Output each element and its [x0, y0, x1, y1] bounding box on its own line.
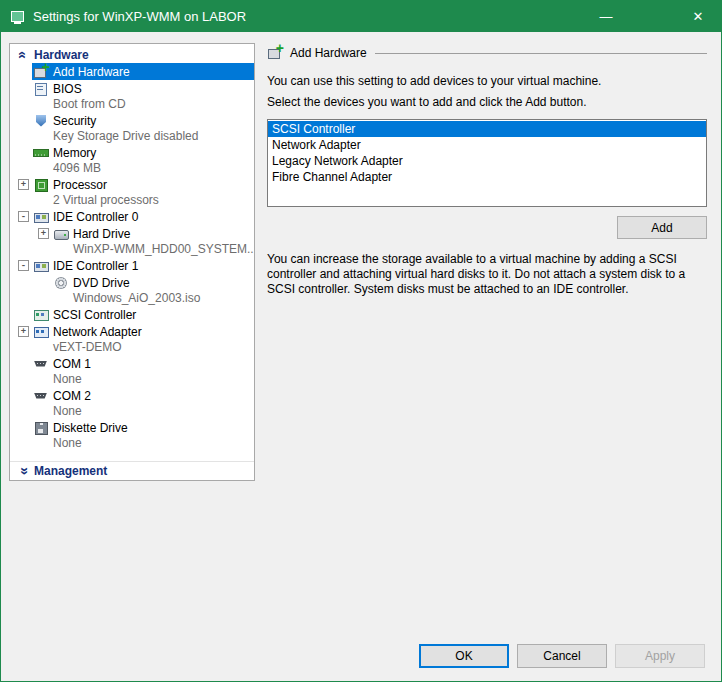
collapse-chevron-icon: « [15, 48, 31, 62]
window-controls: — ✕ [583, 1, 721, 32]
sidebar-item-com1[interactable]: COM 1 [10, 355, 254, 372]
hard-drive-icon [53, 226, 69, 242]
intro-text: You can use this setting to add devices … [267, 74, 707, 88]
section-management[interactable]: « Management [10, 461, 254, 480]
cancel-button[interactable]: Cancel [517, 644, 607, 668]
sidebar-item-security[interactable]: Security [10, 112, 254, 129]
shield-icon [33, 113, 49, 129]
sidebar-item-dvd-drive[interactable]: DVD Drive [10, 274, 254, 291]
sidebar-item-subtext: WinXP-WMM_HDD00_SYSTEM.... [10, 242, 254, 257]
sidebar-item-hard-drive[interactable]: + Hard Drive [10, 225, 254, 242]
pane-title: Add Hardware [290, 46, 367, 60]
note-text: You can increase the storage available t… [267, 252, 707, 297]
expander-toggle[interactable]: - [18, 260, 29, 271]
expander-toggle[interactable]: + [18, 326, 29, 337]
sidebar-item-memory[interactable]: Memory [10, 144, 254, 161]
expander-toggle[interactable]: + [18, 179, 29, 190]
add-hardware-icon [33, 64, 49, 80]
dialog-buttons: OK Cancel Apply [419, 644, 705, 668]
expander-spacer [18, 83, 29, 94]
memory-icon [33, 145, 49, 161]
apply-button: Apply [615, 644, 705, 668]
expander-spacer [38, 277, 49, 288]
expander-toggle[interactable]: + [38, 228, 49, 239]
sidebar-item-subtext: Windows_AiO_2003.iso [10, 291, 254, 306]
expander-spacer [18, 390, 29, 401]
sidebar-item-subtext: Key Storage Drive disabled [10, 129, 254, 144]
sidebar-item-subtext: 4096 MB [10, 161, 254, 176]
processor-icon [33, 177, 49, 193]
device-option[interactable]: Network Adapter [268, 137, 706, 153]
expander-spacer [18, 309, 29, 320]
add-hardware-icon [267, 45, 283, 61]
device-list[interactable]: SCSI Controller Network Adapter Legacy N… [267, 119, 707, 207]
controller-icon [33, 258, 49, 274]
sidebar-item-subtext: None [10, 404, 254, 419]
settings-window: { "window": { "title": "Settings for Win… [0, 0, 722, 682]
window-title: Settings for WinXP-WMM on LABOR [33, 9, 246, 24]
maximize-button-space [629, 1, 675, 32]
controller-icon [33, 209, 49, 225]
expander-spacer [18, 422, 29, 433]
expander-spacer [18, 115, 29, 126]
sidebar-item-bios[interactable]: BIOS [10, 80, 254, 97]
dvd-icon [53, 275, 69, 291]
hardware-tree: « Hardware Add Hardware BIOS Boot from C… [9, 43, 255, 481]
bios-icon [33, 81, 49, 97]
sidebar-item-subtext: None [10, 372, 254, 387]
sidebar-item-scsi-controller[interactable]: SCSI Controller [10, 306, 254, 323]
sidebar-item-ide-controller-0[interactable]: - IDE Controller 0 [10, 208, 254, 225]
device-option[interactable]: Legacy Network Adapter [268, 153, 706, 169]
titlebar: Settings for WinXP-WMM on LABOR — ✕ [1, 1, 721, 32]
sidebar-item-network-adapter[interactable]: + Network Adapter [10, 323, 254, 340]
ok-button[interactable]: OK [419, 644, 509, 668]
expander-toggle[interactable]: - [18, 211, 29, 222]
add-button[interactable]: Add [617, 216, 707, 239]
pane-header: Add Hardware [267, 45, 707, 61]
close-button[interactable]: ✕ [675, 1, 721, 32]
sidebar-item-ide-controller-1[interactable]: - IDE Controller 1 [10, 257, 254, 274]
expander-spacer [18, 147, 29, 158]
scsi-icon [33, 307, 49, 323]
sidebar-item-com2[interactable]: COM 2 [10, 387, 254, 404]
sidebar-item-subtext: Boot from CD [10, 97, 254, 112]
sidebar-item-subtext: None [10, 436, 254, 451]
expand-chevron-icon: « [15, 464, 31, 478]
sidebar-item-add-hardware[interactable]: Add Hardware [10, 63, 254, 80]
diskette-icon [33, 420, 49, 436]
minimize-button[interactable]: — [583, 1, 629, 32]
section-management-label: Management [34, 464, 107, 478]
network-adapter-icon [33, 324, 49, 340]
hyperv-settings-icon [10, 9, 26, 25]
sidebar-item-subtext: 2 Virtual processors [10, 193, 254, 208]
sidebar-item-diskette-drive[interactable]: Diskette Drive [10, 419, 254, 436]
expander-spacer [18, 66, 29, 77]
instruction-text: Select the devices you want to add and c… [267, 95, 707, 109]
device-option[interactable]: SCSI Controller [268, 121, 706, 137]
sidebar-item-subtext: vEXT-DEMO [10, 340, 254, 355]
serial-port-icon [33, 388, 49, 404]
add-hardware-pane: Add Hardware You can use this setting to… [267, 45, 707, 297]
expander-spacer [18, 358, 29, 369]
header-rule [375, 53, 707, 54]
serial-port-icon [33, 356, 49, 372]
device-option[interactable]: Fibre Channel Adapter [268, 169, 706, 185]
sidebar-item-processor[interactable]: + Processor [10, 176, 254, 193]
